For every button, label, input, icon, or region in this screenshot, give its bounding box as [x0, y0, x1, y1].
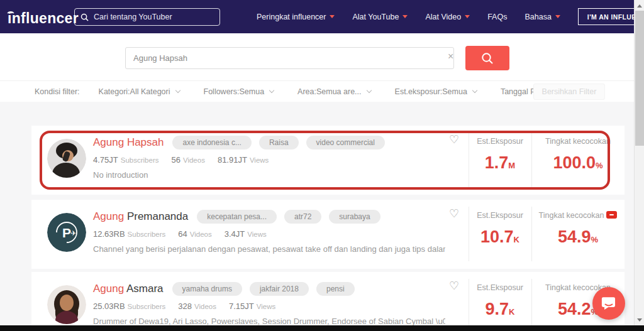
youtube-icon [606, 211, 617, 219]
views-count: 3.4JT [225, 229, 245, 239]
tag[interactable]: yamaha drums [172, 282, 242, 296]
influencer-name[interactable]: Agung Hapsah [93, 136, 164, 149]
subscribers-label: Subscribers [128, 231, 166, 238]
nav-item-alat-video[interactable]: Alat Video [425, 13, 470, 21]
nav-item-bahasa[interactable]: Bahasa [525, 13, 560, 21]
chevron-down-icon [366, 88, 371, 93]
influencer-name[interactable]: Agung Premananda [93, 210, 188, 223]
tag[interactable]: atr72 [284, 210, 321, 224]
views-label: Views [250, 156, 269, 164]
logo-text: influencer [8, 10, 79, 26]
filter-bar: Kondisi filter: Kategori:All Kategori Fo… [0, 80, 634, 102]
channel-description: No introduction [93, 170, 445, 180]
tag-list: kecepatan pesa... atr72 surabaya [197, 210, 387, 224]
exposure-column: Est.Eksposur 10.7K [469, 200, 531, 269]
tag[interactable]: pensi [316, 282, 355, 296]
chevron-down-icon [330, 15, 335, 18]
nav-item-label: Alat Video [425, 13, 461, 21]
svg-text:P: P [62, 225, 71, 240]
avatar[interactable] [47, 139, 86, 178]
tag[interactable]: axe indonesia c... [172, 136, 251, 149]
scrollbar-thumb[interactable] [635, 11, 644, 146]
nav-item-label: Peringkat influencer [257, 13, 326, 21]
arrow-down-icon [637, 318, 642, 322]
tag-list: yamaha drums jakfair 2018 pensi [172, 282, 362, 296]
videos-count: 328 [178, 301, 192, 311]
favorite-heart-icon[interactable]: ♡ [449, 280, 459, 291]
subscribers-count: 4.75JT [93, 155, 118, 165]
result-card-agung-premananda[interactable]: P ✈ Agung Premananda kecepatan pesa... a… [31, 200, 625, 269]
filter-followers[interactable]: Followers:Semua [204, 87, 274, 96]
videos-count: 56 [171, 155, 180, 165]
search-icon [480, 52, 494, 65]
vertical-scrollbar[interactable] [634, 0, 644, 331]
views-label: Views [257, 303, 275, 310]
filter-label: Kategori:All Kategori [99, 87, 170, 96]
search-icon [80, 13, 89, 21]
match-column: Tingkat kecocokan 100.0% [531, 126, 625, 195]
top-navbar: influencer Peringkat influencer Alat You… [0, 0, 644, 33]
subscribers-count: 25.03RB [93, 301, 125, 311]
name-highlight: Agung Hapsah [93, 136, 164, 148]
tag[interactable]: Raisa [259, 136, 299, 149]
search-input[interactable] [125, 47, 454, 69]
match-value: 100.0% [531, 153, 625, 173]
profile-photo [47, 139, 86, 178]
scroll-down-button[interactable] [635, 315, 644, 325]
chat-button[interactable] [592, 287, 625, 320]
nav-item-peringkat-influencer[interactable]: Peringkat influencer [257, 13, 335, 21]
views-label: Views [247, 231, 266, 238]
clear-search-icon[interactable]: × [448, 52, 453, 62]
favorite-heart-icon[interactable]: ♡ [449, 208, 459, 219]
nav-item-alat-youtube[interactable]: Alat YouTube [352, 13, 408, 21]
views-count: 81.91JT [218, 155, 247, 165]
nav-search-input[interactable] [94, 13, 214, 21]
logo[interactable]: influencer [6, 6, 79, 27]
result-card-agung-hapsah[interactable]: Agung Hapsah axe indonesia c... Raisa vi… [31, 126, 625, 195]
avatar[interactable]: P ✈ [47, 213, 86, 252]
search-button[interactable] [465, 46, 509, 70]
chevron-down-icon [402, 15, 408, 18]
name-highlight: Agung [93, 210, 124, 222]
svg-text:✈: ✈ [70, 229, 76, 237]
chat-bubble-icon [601, 295, 617, 312]
nav-item-faqs[interactable]: FAQs [487, 13, 507, 21]
filter-est-eksposur[interactable]: Est.eksposur:Semua [395, 87, 477, 96]
nav-item-label: FAQs [487, 13, 507, 21]
exposure-value: 10.7K [469, 227, 531, 247]
influencer-name[interactable]: Agung Asmara [93, 283, 164, 295]
exposure-column: Est.Eksposur 9.7K [469, 272, 531, 331]
subscribers-label: Subscribers [128, 303, 166, 310]
chevron-down-icon [175, 88, 180, 93]
filter-label: Followers:Semua [204, 87, 265, 96]
window-bottom-edge [0, 325, 644, 331]
tag[interactable]: surabaya [329, 210, 380, 224]
exposure-column: Est.Eksposur 1.7M [469, 126, 531, 195]
filter-conditions-label: Kondisi filter: [35, 87, 80, 96]
nav-menu: Peringkat influencer Alat YouTube Alat V… [257, 0, 644, 33]
avatar[interactable] [47, 285, 86, 324]
nav-item-label: Bahasa [525, 13, 551, 21]
channel-stats: 4.75JTSubscribers 56Videos 81.91JTViews [93, 155, 281, 165]
chevron-down-icon [269, 88, 274, 93]
result-card-agung-asmara[interactable]: Agung Asmara yamaha drums jakfair 2018 p… [31, 272, 625, 331]
match-column: Tingkat kecocokan 54.9% [531, 200, 625, 269]
filter-label: Area:Semua are... [297, 87, 361, 96]
videos-label: Videos [190, 231, 212, 238]
scroll-up-button[interactable] [635, 1, 644, 11]
tag[interactable]: jakfair 2018 [250, 282, 309, 296]
tag[interactable]: kecepatan pesa... [197, 210, 277, 224]
clear-filter-button[interactable]: Bersihkan Filter [533, 84, 605, 100]
tag-list: axe indonesia c... Raisa video commercia… [172, 136, 392, 149]
videos-count: 64 [178, 229, 187, 239]
exposure-value: 9.7K [469, 300, 531, 319]
nav-search-box[interactable] [74, 8, 220, 26]
arrow-up-icon [637, 4, 642, 8]
tag[interactable]: video commercial [306, 136, 385, 149]
name-rest: Premananda [124, 210, 188, 222]
favorite-heart-icon[interactable]: ♡ [449, 134, 459, 145]
filter-kategori[interactable]: Kategori:All Kategori [99, 87, 180, 96]
filter-area[interactable]: Area:Semua are... [297, 87, 370, 96]
channel-logo: P ✈ [47, 213, 86, 252]
search-section: × [0, 33, 634, 80]
